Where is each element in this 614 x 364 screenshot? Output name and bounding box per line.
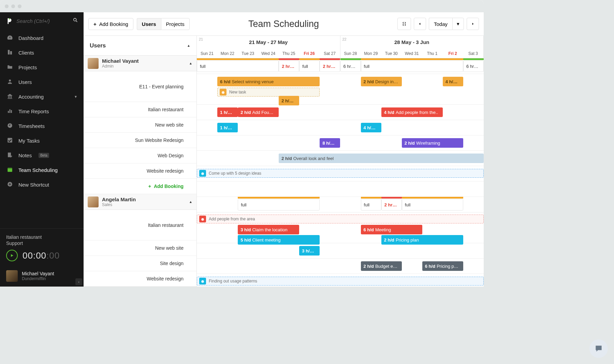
project-row[interactable]: 6 h/dSelect winning venue☻New task2 h/…2… (197, 74, 484, 105)
availability-cell[interactable]: full (299, 60, 320, 72)
booking-bar[interactable]: 6 h/dPricing p… (422, 261, 463, 271)
traffic-light-min[interactable] (11, 4, 15, 8)
week-column: 22 28 May - 3 Jun Sun 28Mon 29Tue 30Wed … (340, 36, 484, 58)
availability-cell[interactable]: full (361, 199, 381, 210)
project-row[interactable]: 1 h/…4 h/… (197, 120, 484, 135)
nav-clients[interactable]: Clients (0, 45, 84, 60)
play-button[interactable] (6, 250, 18, 261)
project-row[interactable]: 8 h/…2 h/dWireframing (197, 135, 484, 151)
booking-bar[interactable]: 2 h/… (279, 96, 299, 105)
user-row-header[interactable]: Michael VayantAdmin ▲ (84, 56, 196, 71)
project-row[interactable]: 2 h/dBudget e…6 h/dPricing p… (197, 259, 484, 274)
project-label[interactable]: Sun Website Redesign (84, 133, 196, 148)
availability-cell[interactable]: full (361, 60, 463, 72)
project-label[interactable]: New web site (84, 117, 196, 133)
nav-timesheets[interactable]: Timesheets (0, 119, 84, 133)
next-button[interactable] (467, 18, 479, 30)
users-column: Users▲ Michael VayantAdmin ▲ E11 - Event… (84, 36, 197, 287)
avatar (88, 196, 99, 207)
grid-row[interactable] (197, 181, 484, 197)
traffic-light-close[interactable] (5, 4, 9, 8)
prev-button[interactable] (414, 18, 426, 30)
availability-cell[interactable]: 2 hr… (381, 199, 402, 210)
booking-bar[interactable]: 2 h/dBudget e… (361, 261, 402, 271)
booking-bar[interactable]: 3 h/dClaim the location (238, 225, 299, 234)
availability-cell[interactable]: full (402, 199, 463, 210)
project-label[interactable]: New web site (84, 241, 196, 256)
nav-notes[interactable]: NotesBeta (0, 148, 84, 163)
project-label[interactable]: Italian restaurant (84, 210, 196, 241)
booking-bar[interactable]: 2 h/dAdd Fou… (238, 107, 279, 117)
ghost-booking[interactable]: ☻Add people from the area (197, 215, 484, 223)
project-row[interactable]: 1 h/…2 h/dAdd Fou…4 h/dAdd people from t… (197, 105, 484, 120)
user-name: Michael Vayant (22, 271, 54, 276)
nav-team-scheduling[interactable]: Team Scheduling (0, 163, 84, 177)
availability-cell[interactable]: full (238, 199, 320, 210)
project-row[interactable]: 2 h/dOverall look and feel (197, 151, 484, 166)
project-row[interactable]: ☻Come up with 5 design ideas (197, 166, 484, 181)
user-summary-row: fullfull2 hr…full (197, 197, 484, 213)
nav-accounting[interactable]: Accounting▼ (0, 89, 84, 104)
svg-rect-2 (8, 50, 10, 55)
tab-projects[interactable]: Projects (161, 18, 190, 30)
booking-bar[interactable]: 2 h/dDesign in… (361, 77, 402, 86)
availability-bar (238, 197, 320, 199)
users-header[interactable]: Users▲ (84, 36, 196, 56)
project-label[interactable]: Italian restaurant (84, 102, 196, 117)
project-label[interactable]: Website redesign (84, 271, 196, 287)
nav-new-shortcut[interactable]: New Shortcut (0, 177, 84, 192)
traffic-light-max[interactable] (18, 4, 21, 8)
nav-label: Timesheets (18, 123, 45, 129)
booking-bar[interactable]: 4 h/dAdd people from the.. (381, 107, 443, 117)
project-label[interactable]: Site design (84, 256, 196, 271)
collapse-all-button[interactable] (397, 18, 411, 30)
today-dropdown[interactable]: ▾ (452, 18, 464, 30)
nav-label: New Shortcut (18, 182, 49, 188)
nav-time-reports[interactable]: Time Reports (0, 104, 84, 119)
nav-label: Projects (18, 64, 37, 70)
booking-bar[interactable]: 2 h/dWireframing (402, 138, 463, 148)
user-name: Michael Vayant (102, 58, 139, 64)
search-icon[interactable] (73, 17, 78, 24)
folder-icon (6, 64, 14, 71)
booking-bar[interactable]: 6 h/dSelect winning venue (217, 77, 320, 86)
project-label[interactable]: Web Design (84, 148, 196, 163)
tab-users[interactable]: Users (137, 18, 161, 30)
availability-cell[interactable]: 2 hr… (279, 60, 299, 72)
booking-bar[interactable]: 1 h/… (217, 123, 238, 132)
booking-bar[interactable]: 6 h/dMeeting (361, 225, 422, 234)
project-label[interactable]: E11 - Event planning (84, 71, 196, 102)
availability-cell[interactable]: full (197, 60, 279, 72)
current-user[interactable]: Michael Vayant Dundermifflin (0, 265, 84, 287)
availability-cell[interactable]: 6 hr… (340, 60, 361, 72)
booking-bar[interactable]: 4 h/… (443, 77, 463, 86)
booking-bar[interactable]: 3 h/… (299, 246, 320, 256)
availability-cell[interactable]: 2 hr… (320, 60, 340, 72)
project-row[interactable]: 3 h/… (197, 243, 484, 259)
nav-projects[interactable]: Projects (0, 60, 84, 75)
search-input[interactable]: Search (Ctrl+/) (16, 18, 69, 24)
user-row-header[interactable]: Angela MartinSales ▲ (84, 194, 196, 210)
user-org: Dundermifflin (22, 276, 54, 281)
booking-bar[interactable]: 2 h/dOverall look and feel (279, 154, 484, 163)
nav-dashboard[interactable]: Dashboard (0, 31, 84, 45)
ghost-booking[interactable]: ☻Come up with 5 design ideas (197, 169, 484, 178)
nav-my-tasks[interactable]: My Tasks (0, 133, 84, 148)
sidebar-collapse-button[interactable]: ‹ (75, 278, 82, 285)
nav-users[interactable]: Users (0, 75, 84, 89)
project-row[interactable]: ☻Finding out usage patterns (197, 274, 484, 287)
ghost-booking[interactable]: ☻Finding out usage patterns (197, 277, 484, 286)
add-booking-button[interactable]: +Add Booking (88, 18, 133, 30)
booking-bar[interactable]: 8 h/… (320, 138, 340, 148)
ghost-booking[interactable]: ☻New task (217, 88, 320, 97)
project-row[interactable]: ☻Add people from the area3 h/dClaim the … (197, 213, 484, 243)
today-button[interactable]: Today (429, 18, 452, 30)
add-booking-row[interactable]: + Add Booking (84, 179, 196, 194)
page-title: Team Scheduling (248, 19, 319, 29)
availability-cell[interactable]: 6 hr… (463, 60, 484, 72)
booking-bar[interactable]: 4 h/… (361, 123, 381, 132)
booking-bar[interactable]: 1 h/… (217, 107, 238, 117)
svg-rect-10 (8, 152, 11, 157)
project-label[interactable]: Website redesign (84, 163, 196, 179)
user-role: Sales (102, 202, 136, 207)
